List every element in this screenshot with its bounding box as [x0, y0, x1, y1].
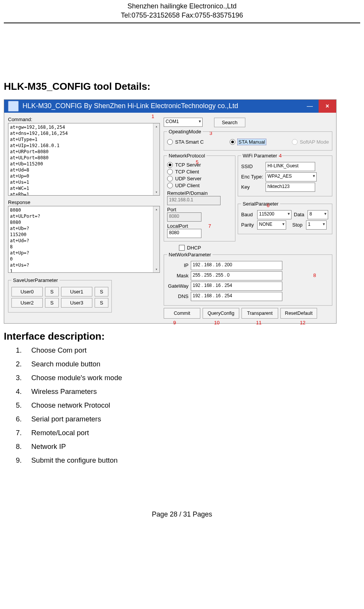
- remote-ip-input: 192.168.0.1: [167, 196, 221, 205]
- annotation-10: 10: [214, 320, 219, 326]
- wifi-parameter-legend: WiFi Parameter: [241, 153, 279, 159]
- network-parameter-legend: NetWorkParameter: [167, 252, 213, 258]
- operating-mode-legend: OpeatingMode: [167, 129, 203, 134]
- ip-label: IP: [167, 262, 188, 268]
- window-title: HLK-M30_CONFIG By ShenZhen Hi-Link Elect…: [23, 102, 301, 110]
- ip-input[interactable]: 192 . 168 . 16 . 200: [191, 261, 282, 270]
- commit-button[interactable]: Commit: [164, 308, 200, 319]
- tcp-server-radio[interactable]: TCP Server: [167, 162, 232, 168]
- list-item: Choose network Protocol: [24, 401, 360, 410]
- user0-s-button[interactable]: S: [45, 287, 59, 296]
- search-button[interactable]: Search: [214, 118, 245, 127]
- stop-label: Stop: [292, 222, 304, 228]
- network-protocol-group: NetworkProtocol TCP Server TCP Client UD…: [164, 153, 235, 241]
- scroll-down-icon[interactable]: ▾: [153, 266, 159, 272]
- local-port-label: LocalPort: [167, 223, 188, 229]
- network-parameter-group: NetWorkParameter IP192 . 168 . 16 . 200 …: [164, 252, 332, 306]
- local-port-input[interactable]: 8080: [167, 229, 201, 238]
- command-textarea[interactable]: at+gw=192,168,16,254 at+dns=192,168,16,2…: [8, 123, 160, 196]
- close-button[interactable]: ×: [319, 100, 336, 113]
- list-item: Network IP: [24, 442, 360, 451]
- softap-radio: SoftAP Mode: [292, 139, 329, 145]
- company-name: Shenzhen hailingke Electronico.,Ltd: [4, 2, 360, 11]
- gateway-label: GateWay: [167, 283, 188, 289]
- port-input: 8080: [167, 212, 201, 222]
- list-item: Submit the configure button: [24, 456, 360, 465]
- sta-smart-radio[interactable]: STA Smart C: [167, 139, 204, 145]
- reset-default-button[interactable]: ResetDefault: [280, 308, 317, 319]
- operating-mode-group: OpeatingMode STA Smart C STA Manual Soft…: [164, 129, 332, 151]
- scrollbar[interactable]: ▴ ▾: [153, 206, 159, 272]
- ssid-label: SSID: [241, 164, 263, 169]
- stop-select[interactable]: 1: [306, 220, 327, 230]
- dhcp-checkbox[interactable]: DHCP: [179, 245, 332, 251]
- user1-button[interactable]: User1: [61, 287, 92, 296]
- user0-button[interactable]: User0: [11, 287, 43, 296]
- query-config-button[interactable]: QueryConfig: [203, 308, 239, 319]
- ssid-input[interactable]: HI-LINK_Guest: [266, 162, 315, 171]
- dns-input[interactable]: 192 . 168 . 16 . 254: [191, 292, 282, 301]
- page-footer: Page 28 / 31 Pages: [4, 510, 360, 518]
- key-input[interactable]: hlktech123: [266, 183, 315, 192]
- sta-manual-radio[interactable]: STA Manual: [230, 139, 266, 145]
- list-item: Serial port parameters: [24, 415, 360, 423]
- list-item: Remote/Local port: [24, 429, 360, 437]
- section-title: HLK-M35_CONFIG tool Details:: [4, 81, 360, 92]
- user2-button[interactable]: User2: [11, 298, 43, 308]
- list-item: Search module button: [24, 360, 360, 368]
- annotation-9: 9: [173, 320, 176, 326]
- scroll-down-icon[interactable]: ▾: [153, 189, 159, 195]
- app-icon: [8, 101, 19, 112]
- list-item: Choose module's work mode: [24, 374, 360, 382]
- response-textarea[interactable]: 8080 at+ULPort=? 8080 at+Ub=? 115200 at+…: [8, 206, 160, 273]
- list-item: Wireless Parameters: [24, 387, 360, 396]
- dns-label: DNS: [167, 293, 188, 299]
- network-protocol-legend: NetworkProtocol: [167, 153, 206, 159]
- response-label: Response: [8, 199, 161, 205]
- key-label: Key: [241, 184, 263, 190]
- minimize-button[interactable]: —: [301, 100, 319, 113]
- transparent-button[interactable]: Transparent: [242, 308, 278, 319]
- interface-description-title: Interface description:: [4, 330, 360, 342]
- data-label: Data: [294, 212, 305, 217]
- titlebar: HLK-M30_CONFIG By ShenZhen Hi-Link Elect…: [4, 100, 336, 113]
- com-port-select[interactable]: COM1: [164, 118, 203, 127]
- scroll-up-icon[interactable]: ▴: [153, 206, 159, 212]
- remote-ip-label: RemoteIP/Domain: [167, 190, 208, 196]
- baud-select[interactable]: 115200: [257, 210, 292, 219]
- user3-button[interactable]: User3: [61, 298, 92, 308]
- parity-select[interactable]: NONE: [257, 220, 286, 230]
- save-user-legend: SaveUserParameter: [11, 277, 60, 283]
- save-user-group: SaveUserParameter User0 S User1 S User2 …: [8, 277, 112, 313]
- serial-parameter-legend: SerialParameter: [241, 201, 280, 207]
- wifi-parameter-group: WiFi Parameter SSIDHI-LINK_Guest Enc Typ…: [238, 153, 332, 196]
- user3-s-button[interactable]: S: [95, 298, 108, 308]
- company-contact: Tel:0755-23152658 Fax:0755-83575196: [4, 11, 360, 20]
- user1-s-button[interactable]: S: [95, 287, 108, 296]
- user2-s-button[interactable]: S: [45, 298, 59, 308]
- data-select[interactable]: 8: [308, 210, 328, 219]
- enc-type-select[interactable]: WPA2_AES: [266, 172, 317, 181]
- scroll-up-icon[interactable]: ▴: [153, 123, 159, 130]
- interface-description-list: Choose Com port Search module button Cho…: [24, 346, 360, 465]
- list-item: Choose Com port: [24, 346, 360, 355]
- mask-label: Mask: [167, 273, 188, 279]
- gateway-input[interactable]: 192 . 168 . 16 . 254: [191, 282, 282, 291]
- page-header: Shenzhen hailingke Electronico.,Ltd Tel:…: [4, 0, 360, 23]
- udp-client-radio[interactable]: UDP Client: [167, 183, 232, 188]
- annotation-11: 11: [256, 320, 261, 326]
- scrollbar[interactable]: ▴ ▾: [153, 123, 159, 195]
- udp-server-radio[interactable]: UDP Server: [167, 176, 232, 181]
- enc-type-label: Enc Type:: [241, 174, 263, 180]
- port-label: Port: [167, 207, 176, 212]
- annotation-12: 12: [300, 320, 305, 326]
- mask-input[interactable]: 255 . 255 . 255 . 0: [191, 271, 282, 280]
- baud-label: Baud: [241, 212, 255, 217]
- serial-parameter-group: SerialParameter Baud 115200 Data 8 Parit…: [238, 201, 332, 234]
- parity-label: Parity: [241, 222, 255, 228]
- app-window: HLK-M30_CONFIG By ShenZhen Hi-Link Elect…: [4, 99, 337, 324]
- command-label: Command:: [8, 117, 161, 122]
- tcp-client-radio[interactable]: TCP Client: [167, 169, 232, 175]
